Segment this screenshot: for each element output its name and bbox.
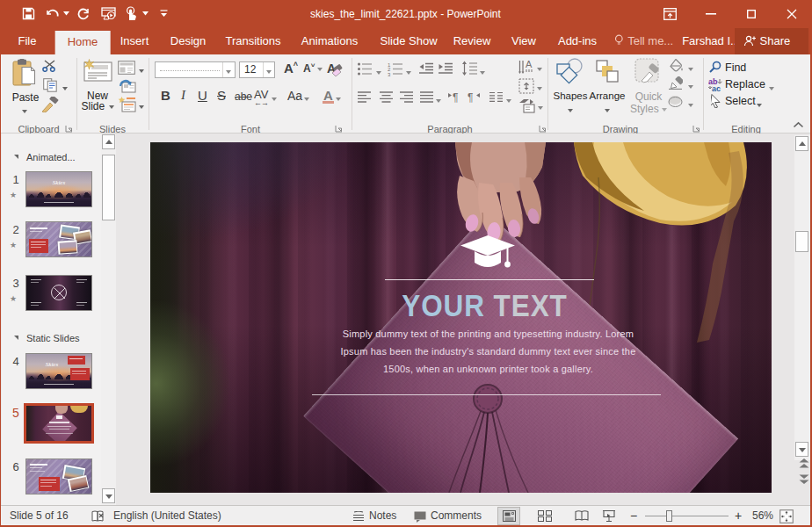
svg-text:A: A [526, 59, 533, 69]
svg-text:¶: ¶ [468, 91, 473, 103]
svg-text:¶: ¶ [453, 91, 458, 103]
svg-text:ac: ac [712, 84, 721, 92]
svg-text:3: 3 [388, 72, 391, 77]
